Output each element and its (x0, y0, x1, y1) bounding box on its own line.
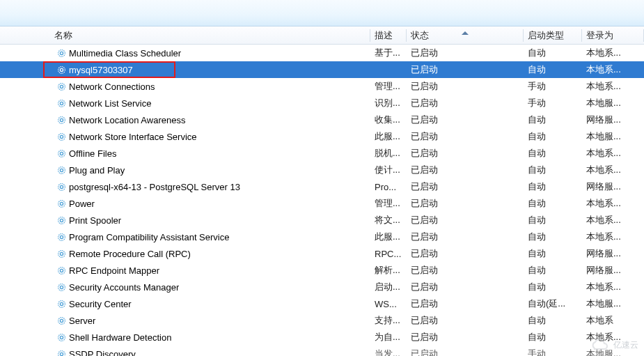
service-row[interactable]: Print Spooler将文...已启动自动本地系... (0, 212, 644, 229)
service-row[interactable]: Power管理...已启动自动本地系... (0, 195, 644, 212)
service-name-cell[interactable]: Print Spooler (50, 215, 370, 226)
column-header-desc[interactable]: 描述 (370, 29, 407, 42)
service-row[interactable]: Network List Service识别...已启动手动本地服... (0, 95, 644, 111)
service-state-cell: 已启动 (407, 348, 524, 356)
service-name-cell[interactable]: Multimedia Class Scheduler (50, 48, 370, 59)
service-name-cell[interactable]: Network List Service (50, 98, 370, 109)
service-gear-icon (56, 232, 67, 242)
service-state-cell: 已启动 (407, 47, 524, 59)
service-name-text: Server (69, 316, 95, 326)
service-start-cell: 自动 (524, 231, 582, 243)
svg-point-32 (58, 317, 65, 324)
service-state-cell: 已启动 (407, 180, 524, 193)
svg-point-28 (58, 284, 65, 291)
svg-point-17 (60, 185, 63, 188)
service-row[interactable]: Security Accounts Manager启动...已启动自动本地系..… (0, 279, 644, 295)
service-name-cell[interactable]: Power (50, 199, 370, 209)
service-row[interactable]: Plug and Play使计...已启动自动本地系... (0, 162, 644, 178)
service-name-cell[interactable]: Network Store Interface Service (50, 132, 370, 142)
cloud-icon (588, 338, 609, 352)
service-state-cell: 已启动 (407, 197, 524, 210)
svg-point-9 (60, 118, 63, 121)
svg-point-12 (58, 150, 65, 157)
service-row[interactable]: SSDP Discovery当发...已启动手动本地服... (0, 346, 644, 356)
service-start-cell: 自动 (524, 47, 582, 59)
service-row[interactable]: Program Compatibility Assistant Service此… (0, 229, 644, 245)
column-header-logon[interactable]: 登录为 (582, 29, 644, 42)
service-gear-icon (56, 65, 67, 75)
service-name-text: Multimedia Class Scheduler (69, 48, 181, 59)
service-row[interactable]: postgresql-x64-13 - PostgreSQL Server 13… (0, 178, 644, 195)
service-desc-cell: 使计... (370, 164, 407, 176)
service-name-cell[interactable]: Offline Files (50, 148, 370, 159)
service-logon-cell: 本地系... (582, 197, 644, 210)
service-state-cell: 已启动 (407, 247, 524, 260)
watermark-text: 亿速云 (613, 339, 638, 351)
service-name-cell[interactable]: postgresql-x64-13 - PostgreSQL Server 13 (50, 182, 370, 192)
column-header-name[interactable]: 名称 (50, 29, 370, 42)
service-name-text: SSDP Discovery (69, 349, 136, 357)
svg-point-6 (58, 100, 65, 107)
service-row[interactable]: Network Location Awareness收集...已启动自动网络服.… (0, 111, 644, 128)
service-name-cell[interactable]: Network Location Awareness (50, 115, 370, 125)
service-desc-cell: 识别... (370, 97, 407, 109)
service-start-cell: 自动 (524, 247, 582, 260)
column-header-state[interactable]: 状态 (407, 29, 524, 42)
svg-point-8 (58, 116, 65, 123)
service-name-cell[interactable]: Security Accounts Manager (50, 282, 370, 293)
service-name-cell[interactable]: Plug and Play (50, 165, 370, 176)
service-start-cell: 自动 (524, 164, 582, 176)
service-name-text: Network List Service (69, 98, 151, 109)
service-name-cell[interactable]: Program Compatibility Assistant Service (50, 232, 370, 242)
service-row[interactable]: mysql57303307已启动自动本地系... (0, 61, 644, 78)
service-state-cell: 已启动 (407, 80, 524, 93)
service-name-text: Network Location Awareness (69, 115, 185, 125)
service-logon-cell: 网络服... (582, 247, 644, 260)
service-row[interactable]: Shell Hardware Detection为自...已启动自动本地系... (0, 329, 644, 346)
service-row[interactable]: Multimedia Class Scheduler基于...已启动自动本地系.… (0, 45, 644, 61)
service-row[interactable]: Server支持...已启动自动本地系 (0, 312, 644, 329)
service-name-text: Offline Files (69, 148, 116, 159)
service-desc-cell: Pro... (370, 182, 407, 192)
service-name-cell[interactable]: SSDP Discovery (50, 349, 370, 357)
service-start-cell: 自动 (524, 331, 582, 343)
service-start-cell: 自动(延... (524, 297, 582, 310)
service-logon-cell: 本地服... (582, 297, 644, 310)
svg-point-13 (60, 152, 63, 155)
service-row[interactable]: Network Connections管理...已启动手动本地系... (0, 78, 644, 95)
service-row[interactable]: Remote Procedure Call (RPC)RPC...已启动自动网络… (0, 245, 644, 262)
service-name-cell[interactable]: Network Connections (50, 82, 370, 92)
svg-point-3 (60, 68, 63, 71)
service-name-text: RPC Endpoint Mapper (69, 265, 159, 276)
service-state-cell: 已启动 (407, 297, 524, 310)
service-name-cell[interactable]: RPC Endpoint Mapper (50, 265, 370, 276)
service-name-cell[interactable]: Security Center (50, 299, 370, 309)
service-row[interactable]: Security CenterWS...已启动自动(延...本地服... (0, 295, 644, 312)
service-logon-cell: 本地系... (582, 231, 644, 243)
svg-point-27 (60, 269, 63, 272)
service-start-cell: 手动 (524, 348, 582, 356)
service-name-cell[interactable]: mysql57303307 (50, 65, 370, 75)
service-row[interactable]: Offline Files脱机...已启动自动本地系... (0, 145, 644, 162)
service-desc-cell: 基于... (370, 47, 407, 59)
service-row[interactable]: Network Store Interface Service此服...已启动自… (0, 128, 644, 145)
service-name-text: Power (69, 199, 95, 209)
column-header-start[interactable]: 启动类型 (524, 29, 582, 42)
service-desc-cell: 管理... (370, 197, 407, 210)
service-state-cell: 已启动 (407, 164, 524, 176)
service-state-cell: 已启动 (407, 264, 524, 277)
service-row[interactable]: RPC Endpoint Mapper解析...已启动自动网络服... (0, 262, 644, 279)
svg-point-33 (60, 319, 63, 322)
service-logon-cell: 本地服... (582, 130, 644, 143)
service-start-cell: 手动 (524, 80, 582, 93)
svg-point-23 (60, 235, 63, 238)
service-start-cell: 自动 (524, 264, 582, 277)
service-desc-cell: WS... (370, 299, 407, 309)
service-name-text: postgresql-x64-13 - PostgreSQL Server 13 (69, 182, 240, 192)
svg-point-19 (60, 202, 63, 205)
service-gear-icon (56, 299, 67, 309)
svg-point-34 (58, 334, 65, 341)
service-name-cell[interactable]: Shell Hardware Detection (50, 332, 370, 343)
service-name-cell[interactable]: Remote Procedure Call (RPC) (50, 249, 370, 259)
service-name-cell[interactable]: Server (50, 316, 370, 326)
